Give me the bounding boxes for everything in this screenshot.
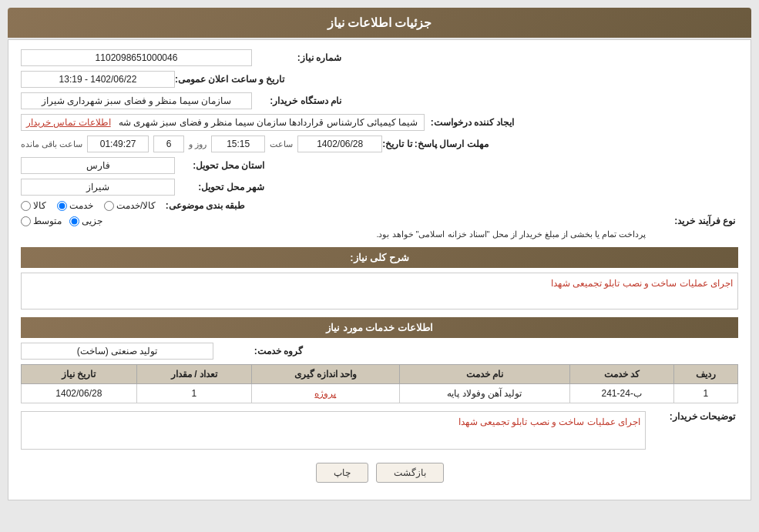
deadline-date: 1402/06/28 bbox=[297, 136, 382, 152]
deadline-days-label: روز و bbox=[189, 139, 207, 149]
cell-unit[interactable]: پروژه bbox=[252, 384, 400, 403]
card-content: شماره نیاز: 1102098651000046 تاریخ و ساع… bbox=[21, 49, 738, 490]
province-value: فارس bbox=[21, 157, 175, 174]
services-section-title: اطلاعات خدمات مورد نیاز bbox=[326, 322, 433, 333]
org-row: نام دستگاه خریدار: سازمان سیما منظر و فض… bbox=[21, 92, 738, 109]
deadline-remaining: 01:49:27 bbox=[87, 136, 149, 152]
city-label: شهر محل تحویل: bbox=[175, 182, 267, 192]
process-label: نوع فرآیند خرید: bbox=[646, 216, 738, 226]
creator-label: ایجاد کننده درخواست: bbox=[425, 117, 517, 128]
cell-quantity: 1 bbox=[136, 384, 251, 403]
print-button[interactable]: چاپ bbox=[316, 463, 368, 483]
need-number-value: 1102098651000046 bbox=[21, 49, 252, 66]
category-group: کالا/خدمت خدمت کالا bbox=[21, 200, 156, 211]
col-unit: واحد اندازه گیری bbox=[252, 365, 400, 384]
deadline-group: 1402/06/28 ساعت 15:15 روز و 6 01:49:27 س… bbox=[21, 136, 382, 152]
creator-value: شیما کیمیائی کارشناس قراردادها سازمان سی… bbox=[21, 114, 425, 131]
need-desc-section-title: شرح کلی نیاز: bbox=[350, 252, 409, 263]
need-desc-value: اجرای عملیات ساخت و نصب تابلو تجمیعی شهد… bbox=[551, 278, 733, 289]
city-row: شهر محل تحویل: شیراز bbox=[21, 179, 738, 196]
cell-row: 1 bbox=[673, 384, 737, 403]
main-card: شماره نیاز: 1102098651000046 تاریخ و ساع… bbox=[8, 39, 751, 500]
process-motavaset: متوسط bbox=[21, 216, 62, 226]
service-group-label: گروه خدمت: bbox=[213, 346, 306, 356]
category-row: طبقه بندی موضوعی: کالا/خدمت خدمت کالا bbox=[21, 200, 738, 211]
buyer-desc-label: توضیحات خریدار: bbox=[646, 411, 738, 422]
process-group-wrapper: جزیی متوسط پرداخت تمام یا بخشی از مبلغ خ… bbox=[21, 216, 646, 239]
table-row: 1 ب-24-241 تولید آهن وفولاد پایه پروژه 1… bbox=[22, 384, 738, 403]
category-kala-radio[interactable] bbox=[21, 201, 31, 211]
cell-date: 1402/06/28 bbox=[22, 384, 137, 403]
need-desc-section-header: شرح کلی نیاز: bbox=[21, 247, 738, 268]
back-button[interactable]: بازگشت bbox=[376, 463, 444, 483]
category-kala-khedmat: کالا/خدمت bbox=[104, 200, 156, 211]
need-number-label: شماره نیاز: bbox=[252, 52, 344, 63]
process-motavaset-radio[interactable] bbox=[21, 216, 31, 226]
service-group-value: تولید صنعتی (ساخت) bbox=[21, 343, 213, 360]
page-header: جزئیات اطلاعات نیاز bbox=[8, 8, 751, 38]
category-label: طبقه بندی موضوعی: bbox=[156, 200, 248, 211]
service-group-row: گروه خدمت: تولید صنعتی (ساخت) bbox=[21, 343, 738, 360]
category-khedmat-label: خدمت bbox=[69, 200, 93, 211]
cell-code: ب-24-241 bbox=[569, 384, 673, 403]
province-row: استان محل تحویل: فارس bbox=[21, 157, 738, 174]
category-kala-label: کالا bbox=[33, 200, 46, 211]
datetime-row: تاریخ و ساعت اعلان عمومی: 1402/06/22 - 1… bbox=[21, 71, 738, 88]
need-number-row: شماره نیاز: 1102098651000046 bbox=[21, 49, 738, 66]
services-table: ردیف کد خدمت نام خدمت واحد اندازه گیری ت… bbox=[21, 364, 738, 403]
creator-text: شیما کیمیائی کارشناس قراردادها سازمان سی… bbox=[119, 117, 418, 128]
datetime-value: 1402/06/22 - 13:19 bbox=[21, 71, 175, 88]
page-title: جزئیات اطلاعات نیاز bbox=[327, 16, 432, 29]
process-row: نوع فرآیند خرید: جزیی متوسط پرداخت تمام … bbox=[21, 216, 738, 239]
creator-row: ایجاد کننده درخواست: شیما کیمیائی کارشنا… bbox=[21, 114, 738, 131]
col-date: تاریخ نیاز bbox=[22, 365, 137, 384]
col-row: ردیف bbox=[673, 365, 737, 384]
datetime-label: تاریخ و ساعت اعلان عمومی: bbox=[175, 74, 287, 85]
deadline-days: 6 bbox=[153, 136, 184, 152]
process-jozvi-radio[interactable] bbox=[69, 216, 79, 226]
deadline-time-label: ساعت bbox=[270, 139, 293, 149]
buyer-desc-row: توضیحات خریدار: اجرای عملیات ساخت و نصب … bbox=[21, 411, 738, 452]
category-kala-khedmat-radio[interactable] bbox=[104, 201, 114, 211]
need-desc-box: اجرای عملیات ساخت و نصب تابلو تجمیعی شهد… bbox=[21, 273, 738, 309]
deadline-label: مهلت ارسال پاسخ: تا تاریخ: bbox=[382, 139, 491, 149]
deadline-remaining-label: ساعت باقی مانده bbox=[21, 139, 82, 149]
province-label: استان محل تحویل: bbox=[175, 160, 267, 171]
col-name: نام خدمت bbox=[399, 365, 569, 384]
buyer-desc-wrapper: اجرای عملیات ساخت و نصب تابلو تجمیعی شهد… bbox=[21, 411, 646, 452]
cell-name: تولید آهن وفولاد پایه bbox=[399, 384, 569, 403]
button-row: بازگشت چاپ bbox=[21, 463, 738, 490]
category-kala-khedmat-label: کالا/خدمت bbox=[116, 200, 156, 211]
col-quantity: تعداد / مقدار bbox=[136, 365, 251, 384]
col-code: کد خدمت bbox=[569, 365, 673, 384]
contact-link[interactable]: اطلاعات تماس خریدار bbox=[26, 117, 111, 128]
org-label: نام دستگاه خریدار: bbox=[252, 95, 344, 106]
process-jozvi-label: جزیی bbox=[82, 216, 102, 226]
process-desc: پرداخت تمام یا بخشی از مبلغ خریدار از مح… bbox=[21, 229, 646, 239]
process-jozvi: جزیی bbox=[69, 216, 102, 226]
deadline-time: 15:15 bbox=[211, 136, 265, 152]
process-options-row: جزیی متوسط bbox=[21, 216, 646, 226]
category-kala: کالا bbox=[21, 200, 46, 211]
buyer-desc-textarea[interactable]: اجرای عملیات ساخت و نصب تابلو تجمیعی شهد… bbox=[21, 411, 646, 450]
category-khedmat-radio[interactable] bbox=[57, 201, 67, 211]
services-section-header: اطلاعات خدمات مورد نیاز bbox=[21, 317, 738, 338]
process-motavaset-label: متوسط bbox=[33, 216, 62, 226]
deadline-row: مهلت ارسال پاسخ: تا تاریخ: 1402/06/28 سا… bbox=[21, 136, 738, 152]
category-khedmat: خدمت bbox=[57, 200, 93, 211]
city-value: شیراز bbox=[21, 179, 175, 196]
org-value: سازمان سیما منظر و فضای سبز شهرداری شیرا… bbox=[21, 92, 252, 109]
